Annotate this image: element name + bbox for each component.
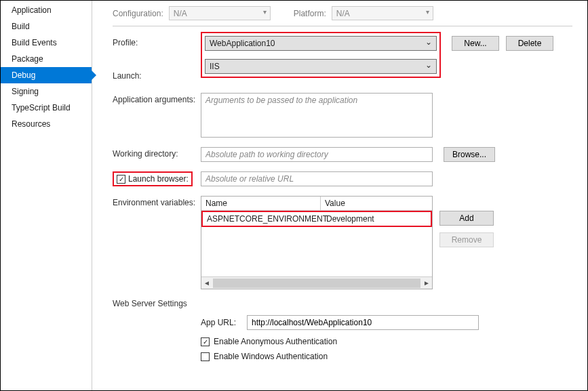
- launch-dropdown[interactable]: IIS: [205, 59, 437, 74]
- env-header: Name Value: [201, 197, 432, 211]
- app-args-label: Application arguments:: [113, 93, 201, 104]
- remove-env-button[interactable]: Remove: [439, 232, 494, 247]
- new-button[interactable]: New...: [452, 36, 499, 51]
- env-scrollbar[interactable]: ◄ ►: [201, 276, 432, 289]
- env-col-name[interactable]: Name: [201, 197, 321, 210]
- launch-browser-url-input[interactable]: [201, 171, 433, 186]
- launch-browser-checkbox[interactable]: [117, 175, 125, 184]
- sidebar: Application Build Build Events Package D…: [1, 1, 92, 390]
- enable-anon-checkbox[interactable]: [201, 337, 210, 346]
- platform-label: Platform:: [294, 9, 326, 18]
- sidebar-item-build-events[interactable]: Build Events: [1, 35, 92, 51]
- enable-anon-label: Enable Anonymous Authentication: [214, 337, 337, 346]
- sidebar-item-resources[interactable]: Resources: [1, 116, 92, 132]
- scroll-left-icon[interactable]: ◄: [201, 279, 212, 287]
- sidebar-item-debug[interactable]: Debug: [1, 67, 92, 83]
- web-server-settings-label: Web Server Settings: [113, 299, 572, 308]
- env-row-highlight[interactable]: ASPNETCORE_ENVIRONMENT Development: [203, 212, 431, 226]
- app-args-input[interactable]: [201, 93, 433, 138]
- app-url-label: App URL:: [201, 318, 241, 327]
- working-dir-label: Working directory:: [113, 147, 201, 159]
- enable-windows-label: Enable Windows Authentication: [214, 352, 328, 361]
- profile-dropdown[interactable]: WebApplication10: [205, 36, 437, 51]
- main-panel: Configuration: N/A Platform: N/A Profile…: [92, 1, 587, 390]
- profile-label: Profile:: [113, 36, 201, 47]
- sidebar-item-signing[interactable]: Signing: [1, 83, 92, 100]
- launch-browser-label: Launch browser:: [128, 174, 189, 184]
- scroll-right-icon[interactable]: ►: [421, 279, 432, 287]
- add-env-button[interactable]: Add: [439, 211, 494, 226]
- app-url-input[interactable]: [247, 315, 479, 330]
- working-dir-input[interactable]: [201, 147, 433, 162]
- scroll-thumb[interactable]: [213, 279, 420, 288]
- env-cell-name: ASPNETCORE_ENVIRONMENT: [203, 212, 322, 226]
- separator: [113, 26, 572, 26]
- highlight-launch-browser: Launch browser:: [113, 171, 193, 186]
- platform-dropdown: N/A: [332, 6, 433, 20]
- sidebar-item-typescript-build[interactable]: TypeScript Build: [1, 100, 92, 116]
- sidebar-item-application[interactable]: Application: [1, 2, 92, 18]
- env-vars-label: Environment variables:: [113, 196, 201, 207]
- configuration-label: Configuration:: [113, 9, 163, 18]
- delete-button[interactable]: Delete: [506, 36, 553, 51]
- enable-windows-checkbox[interactable]: [201, 352, 210, 361]
- launch-label: Launch:: [113, 54, 201, 81]
- env-col-value[interactable]: Value: [321, 197, 432, 210]
- env-cell-value: Development: [322, 212, 431, 226]
- highlight-profile-launch: WebApplication10 IIS: [201, 32, 441, 78]
- configuration-dropdown: N/A: [169, 6, 271, 20]
- sidebar-item-build[interactable]: Build: [1, 18, 92, 35]
- sidebar-item-package[interactable]: Package: [1, 51, 92, 67]
- config-platform-row: Configuration: N/A Platform: N/A: [113, 6, 572, 20]
- env-vars-table: Name Value ASPNETCORE_ENVIRONMENT Develo…: [201, 196, 433, 289]
- browse-button[interactable]: Browse...: [444, 147, 495, 162]
